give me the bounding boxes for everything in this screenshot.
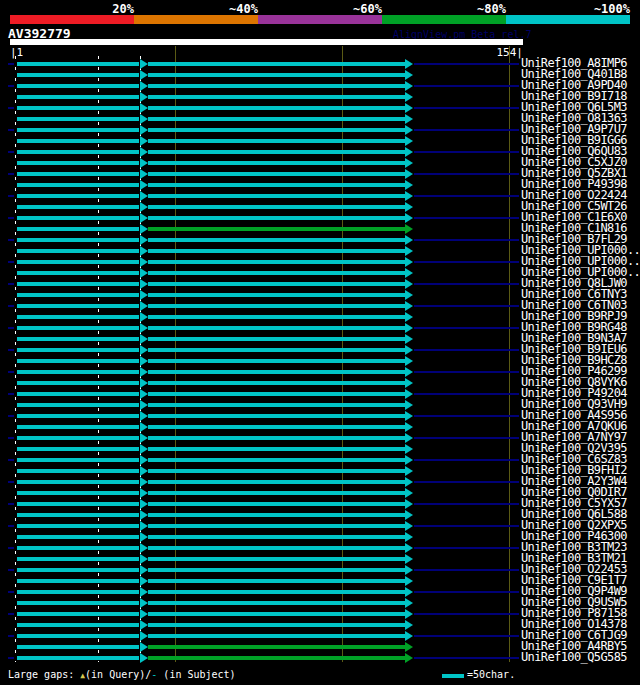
- alignment-segment-1: [17, 84, 139, 88]
- alignment-segment-1: [17, 535, 139, 539]
- subject-overhang-left: [8, 481, 14, 483]
- subject-overhang-right: [414, 591, 519, 593]
- alignment-segment-2: [148, 282, 405, 286]
- alignment-segment-2: [148, 326, 405, 330]
- alignment-segment-1: [17, 161, 139, 165]
- alignment-end-arrow-icon: [405, 565, 413, 575]
- query-gap-marker: [140, 257, 148, 267]
- alignment-segment-2: [148, 524, 405, 528]
- alignment-segment-1: [17, 216, 139, 220]
- alignment-segment-1: [17, 205, 139, 209]
- alignment-end-arrow-icon: [405, 312, 413, 322]
- alignment-segment-1: [17, 469, 139, 473]
- query-gap-marker: [140, 103, 148, 113]
- alignment-segment-2: [148, 645, 405, 649]
- subject-overhang-right: [414, 349, 519, 351]
- alignment-segment-1: [17, 117, 139, 121]
- subject-overhang-left: [8, 283, 14, 285]
- alignment-end-arrow-icon: [405, 521, 413, 531]
- query-gap-marker: [140, 521, 148, 531]
- alignment-end-arrow-icon: [405, 59, 413, 69]
- alignment-end-arrow-icon: [405, 576, 413, 586]
- subject-overhang-right: [414, 415, 519, 417]
- alignment-segment-1: [17, 348, 139, 352]
- alignment-end-arrow-icon: [405, 488, 413, 498]
- alignment-segment-1: [17, 150, 139, 154]
- query-gap-marker: [140, 147, 148, 157]
- query-gap-marker: [140, 224, 148, 234]
- alignment-segment-1: [17, 73, 139, 77]
- query-gap-marker: [140, 70, 148, 80]
- subject-overhang-right: [414, 569, 519, 571]
- alignment-segment-2: [148, 656, 405, 660]
- query-gap-marker: [140, 554, 148, 564]
- alignment-segment-1: [17, 106, 139, 110]
- alignment-segment-2: [148, 172, 405, 176]
- alignment-end-arrow-icon: [405, 543, 413, 553]
- alignment-end-arrow-icon: [405, 444, 413, 454]
- gap-legend-subject-text: (in Subject): [157, 669, 235, 680]
- alignment-segment-1: [17, 425, 139, 429]
- subject-overhang-left: [8, 547, 14, 549]
- scale-label-60: ~60%: [258, 2, 382, 16]
- alignment-segment-1: [17, 271, 139, 275]
- alignment-end-arrow-icon: [405, 642, 413, 652]
- alignment-segment-2: [148, 73, 405, 77]
- alignment-end-arrow-icon: [405, 598, 413, 608]
- query-gap-marker: [140, 422, 148, 432]
- query-gap-marker: [140, 378, 148, 388]
- subject-overhang-right: [414, 525, 519, 527]
- alignment-end-arrow-icon: [405, 158, 413, 168]
- query-gap-marker: [140, 356, 148, 366]
- subject-overhang-right: [414, 63, 519, 65]
- alignment-segment-2: [148, 117, 405, 121]
- subject-overhang-right: [414, 547, 519, 549]
- alignment-segment-1: [17, 524, 139, 528]
- query-gap-marker: [140, 334, 148, 344]
- alignment-end-arrow-icon: [405, 180, 413, 190]
- subject-overhang-left: [8, 239, 14, 241]
- subject-overhang-left: [8, 129, 14, 131]
- alignment-segment-1: [17, 656, 139, 660]
- alignment-segment-2: [148, 491, 405, 495]
- subject-overhang-right: [414, 173, 519, 175]
- alignment-segment-1: [17, 491, 139, 495]
- query-gap-marker: [140, 202, 148, 212]
- alignment-end-arrow-icon: [405, 620, 413, 630]
- hit-row[interactable]: UniRef100_Q5G585: [0, 652, 640, 663]
- alignment-segment-1: [17, 392, 139, 396]
- alignment-segment-2: [148, 568, 405, 572]
- alignment-end-arrow-icon: [405, 367, 413, 377]
- query-gap-marker: [140, 466, 148, 476]
- query-gap-marker: [140, 411, 148, 421]
- alignment-segment-2: [148, 238, 405, 242]
- alignment-segment-2: [148, 381, 405, 385]
- subject-overhang-left: [8, 85, 14, 87]
- alignment-segment-1: [17, 546, 139, 550]
- subject-overhang-left: [8, 459, 14, 461]
- alignment-end-arrow-icon: [405, 631, 413, 641]
- query-gap-marker: [140, 389, 148, 399]
- alignment-segment-2: [148, 590, 405, 594]
- query-gap-marker: [140, 455, 148, 465]
- scale-length-label: =50char.: [467, 669, 515, 680]
- subject-overhang-left: [8, 525, 14, 527]
- query-gap-marker: [140, 620, 148, 630]
- alignment-end-arrow-icon: [405, 323, 413, 333]
- query-gap-marker: [140, 543, 148, 553]
- alignment-end-arrow-icon: [405, 345, 413, 355]
- subject-overhang-right: [414, 151, 519, 153]
- query-gap-marker: [140, 653, 148, 663]
- query-gap-marker: [140, 158, 148, 168]
- alignment-end-arrow-icon: [405, 279, 413, 289]
- alignment-segment-1: [17, 645, 139, 649]
- alignment-segment-2: [148, 513, 405, 517]
- hit-label[interactable]: UniRef100_Q5G585: [521, 652, 627, 663]
- query-gap-marker: [140, 576, 148, 586]
- alignment-segment-2: [148, 612, 405, 616]
- query-gap-marker: [140, 345, 148, 355]
- subject-overhang-left: [8, 349, 14, 351]
- scale-segment-20: [10, 15, 134, 24]
- alignment-end-arrow-icon: [405, 169, 413, 179]
- subject-overhang-left: [8, 261, 14, 263]
